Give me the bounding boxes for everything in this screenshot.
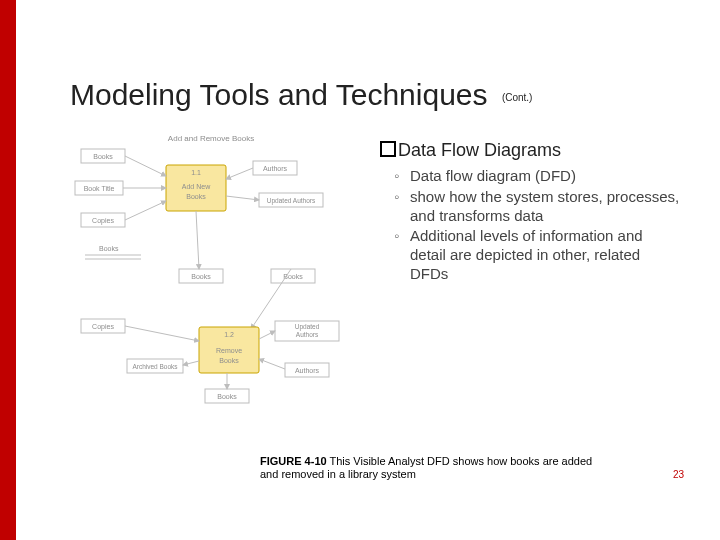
text-column: Data Flow Diagrams Data flow diagram (DF… — [380, 140, 680, 286]
svg-line-9 — [226, 168, 253, 179]
svg-line-25 — [259, 359, 285, 369]
svg-line-6 — [125, 156, 166, 176]
svg-line-10 — [226, 196, 259, 200]
title-cont: (Cont.) — [502, 92, 533, 103]
bullet-list: Data flow diagram (DFD) show how the sys… — [398, 167, 680, 284]
title-text: Modeling Tools and Techniques — [70, 78, 488, 111]
node-books-1: Books — [93, 153, 113, 160]
proc2-no: 1.2 — [224, 331, 234, 338]
section-heading: Data Flow Diagrams — [380, 140, 680, 161]
proc2-name-l2: Books — [219, 357, 239, 364]
svg-line-24 — [259, 331, 275, 339]
svg-line-8 — [125, 201, 166, 220]
node-authors-2: Authors — [295, 367, 320, 374]
node-books-mid-l: Books — [191, 273, 211, 280]
proc1-name-l2: Books — [186, 193, 206, 200]
list-item: Additional levels of information and det… — [398, 227, 680, 283]
node-archived: Archived Books — [132, 363, 178, 370]
dfd-diagram: Add and Remove Books Books Book Title Co… — [70, 130, 352, 412]
page-number: 23 — [673, 469, 684, 480]
list-item: Data flow diagram (DFD) — [398, 167, 680, 186]
node-books-lbl: Books — [99, 245, 119, 252]
figure-caption: FIGURE 4-10 This Visible Analyst DFD sho… — [260, 455, 600, 480]
node-upd-auth-2a: Updated — [295, 323, 320, 331]
node-booktitle: Book Title — [84, 185, 115, 192]
svg-line-23 — [183, 361, 199, 365]
proc1-no: 1.1 — [191, 169, 201, 176]
accent-bar — [0, 0, 16, 540]
node-upd-auth-2b: Authors — [296, 331, 319, 338]
proc1-name-l1: Add New — [182, 183, 211, 190]
node-books-bot: Books — [217, 393, 237, 400]
slide-title: Modeling Tools and Techniques (Cont.) — [70, 78, 532, 112]
bullet-square-icon — [380, 141, 396, 157]
list-item: show how the system stores, processes, a… — [398, 188, 680, 226]
node-upd-authors-1: Updated Authors — [267, 197, 316, 205]
svg-line-15 — [196, 211, 199, 269]
caption-label: FIGURE 4-10 — [260, 455, 327, 467]
svg-line-22 — [125, 326, 199, 341]
heading-text: Data Flow Diagrams — [398, 140, 561, 160]
node-authors: Authors — [263, 165, 288, 172]
node-copies-2: Copies — [92, 323, 114, 331]
proc2-name-l1: Remove — [216, 347, 242, 354]
node-copies-1: Copies — [92, 217, 114, 225]
dfd-top-title: Add and Remove Books — [168, 134, 254, 143]
